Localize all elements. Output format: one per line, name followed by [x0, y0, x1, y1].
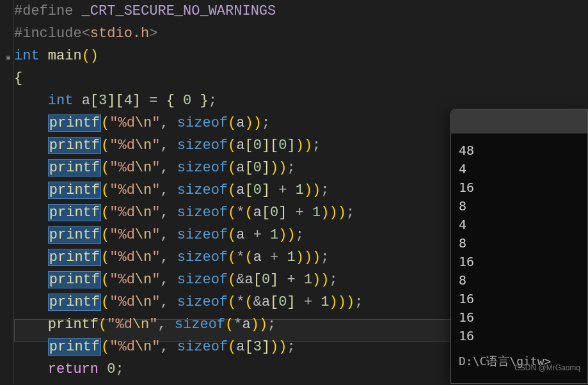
console-titlebar[interactable] [451, 109, 587, 134]
printf-highlight: printf [48, 114, 101, 132]
watermark: CSDN @MrGaomq [514, 363, 580, 372]
printf-highlight: printf [48, 249, 101, 266]
console-line: 8 [459, 234, 580, 253]
console-line: 48 [459, 141, 580, 160]
console-line: 8 [459, 197, 580, 216]
printf-highlight: printf [48, 182, 101, 199]
console-line: 4 [459, 216, 580, 234]
console-window[interactable]: 48 4 16 8 4 8 16 8 16 16 16 D:\C语言\gitw> [450, 109, 588, 384]
console-line: 16 [459, 178, 580, 197]
console-line: 16 [459, 253, 580, 271]
console-line: 4 [459, 160, 580, 178]
printf-highlight: printf [48, 294, 101, 311]
printf-highlight: printf [48, 338, 101, 356]
console-line: 16 [459, 290, 580, 308]
printf-highlight: printf [48, 204, 101, 221]
code-line: #define _CRT_SECURE_NO_WARNINGS [14, 0, 588, 22]
console-line: 8 [459, 271, 580, 290]
code-line: { [14, 67, 588, 90]
console-line: 16 [459, 327, 580, 345]
console-output: 48 4 16 8 4 8 16 8 16 16 16 D:\C语言\gitw> [451, 134, 587, 378]
console-line: 16 [459, 308, 580, 327]
code-line: int main() [14, 45, 588, 67]
printf-highlight: printf [48, 271, 101, 288]
printf-highlight: printf [48, 159, 101, 177]
printf-highlight: printf [48, 137, 101, 154]
printf-highlight: printf [48, 226, 101, 244]
code-line: #include<stdio.h> [14, 22, 588, 45]
